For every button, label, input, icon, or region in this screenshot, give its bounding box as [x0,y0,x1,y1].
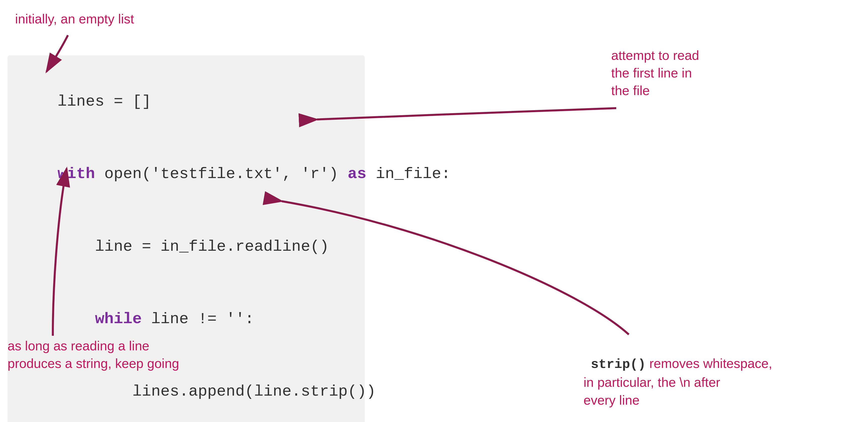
line3-text: line = in_file.readline() [58,238,329,256]
line2-end: in_file: [367,165,451,183]
line1-text: lines = [] [58,93,151,110]
line2-kw: with [58,165,95,183]
code-line-1: lines = [] [20,65,352,138]
line4-kw: while [58,310,142,328]
line4-rest: line != '': [142,310,254,328]
code-line-3: line = in_file.readline() [20,210,352,283]
line5-text: lines.append(line.strip()) [58,383,376,400]
annotation-strip: strip() removes whitespace, in particula… [584,337,772,409]
code-line-2: with open('testfile.txt', 'r') as in_fil… [20,138,352,210]
annotation-attempt-read: attempt to read the first line in the fi… [611,46,699,100]
annotation-as-long-as: as long as reading a line produces a str… [7,337,179,372]
strip-code: strip() [591,357,646,372]
line2-as: as [348,165,366,183]
annotation-empty-list: initially, an empty list [15,10,134,28]
line2-rest: open('testfile.txt', 'r') [95,165,348,183]
